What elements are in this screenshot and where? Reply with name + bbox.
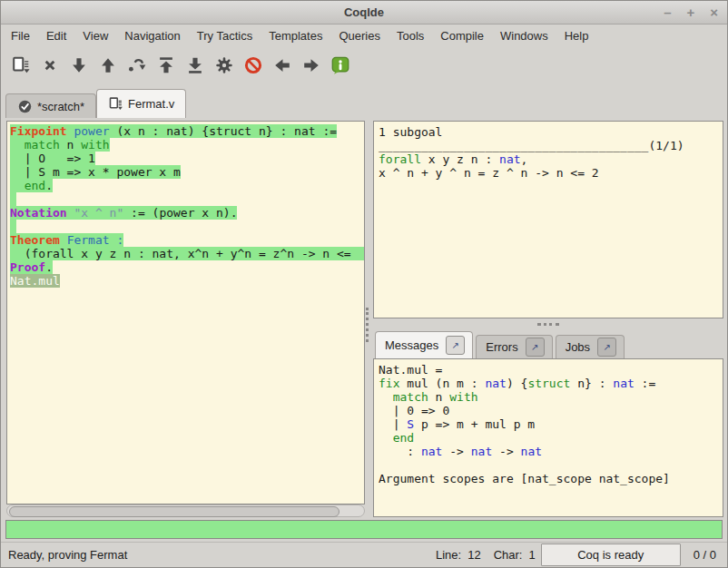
window-controls: – + × [664,1,718,24]
menu-item-help[interactable]: Help [556,26,597,45]
messages-panel[interactable]: Nat.mul =fix mul (n m : nat) {struct n} … [373,358,723,517]
menu-item-view[interactable]: View [74,26,116,45]
goto-cursor-button[interactable] [124,52,150,79]
line-label: Line: [436,548,461,562]
menu-item-templates[interactable]: Templates [261,26,330,45]
forward-button[interactable] [66,52,92,79]
tab-label: Jobs [566,340,590,354]
close-button[interactable]: × [710,5,718,19]
code-line: match n with [379,390,723,404]
close-x-icon [40,55,60,75]
code-line: | O => 1 [10,152,364,165]
menu-item-tools[interactable]: Tools [389,26,432,45]
code-line: end. [10,179,364,192]
code-line: x ^ n + y ^ n = z ^ n -> n <= 2 [379,166,723,180]
horizontal-splitter[interactable] [373,318,723,329]
code-line: Fixpoint power (x n : nat) {struct n} : … [10,124,364,138]
code-line: Nat.mul [10,274,364,288]
menu-bar: FileEditViewNavigationTry TacticsTemplat… [1,24,727,46]
menu-item-compile[interactable]: Compile [432,26,492,45]
doc-down-icon [108,96,123,112]
code-line: Theorem Fermat : [10,233,364,247]
menu-item-file[interactable]: File [3,26,38,45]
tab-label: Messages [385,338,438,352]
previous-button[interactable] [270,52,295,79]
arrow-down-icon [69,55,89,75]
tab-scratch[interactable]: *scratch* [5,93,96,118]
status-bar: Ready, proving Fermat Line: 12 Char: 1 C… [1,542,727,567]
arrow-up-icon [98,55,118,75]
reset-button[interactable] [212,52,237,79]
goto-end-button[interactable] [182,52,208,79]
info-icon [330,55,350,75]
goto-cursor-icon [127,55,147,75]
check-circle-icon [17,99,33,114]
code-line: end [379,431,723,445]
code-line: Notation "x ^ n" := (power x n). [10,206,364,220]
about-button[interactable] [328,52,353,79]
save-button[interactable] [8,52,34,79]
vertical-splitter-handle[interactable] [366,308,369,342]
code-line: : nat -> nat -> nat [379,445,723,458]
arrow-up-bar-icon [156,55,176,75]
char-label: Char: [494,548,523,562]
code-line: | 0 => 0 [379,404,723,417]
tab-fermat[interactable]: Fermat.v [96,89,186,118]
interrupt-button[interactable] [241,52,266,79]
code-line: | S m => x * power x m [10,165,364,179]
code-line [379,458,723,472]
doc-down-icon [11,55,31,75]
detach-arrow-icon[interactable]: ↗ [526,338,545,357]
code-line: | S p => m + mul p m [379,417,723,431]
tab-jobs[interactable]: Jobs ↗ [556,335,625,358]
script-editor[interactable]: Fixpoint power (x n : nat) {struct n} : … [6,121,365,504]
coq-status-text: Coq is ready [577,548,644,562]
toolbar [1,46,727,84]
minimize-button[interactable]: – [664,5,671,19]
progress-bar [5,520,723,539]
arrow-left-icon [272,55,292,75]
coqide-window: CoqIde – + × FileEditViewNavigationTry T… [0,0,728,568]
close-buffer-button[interactable] [37,52,63,79]
arrow-down-bar-icon [185,55,205,75]
status-right: Line: 12 Char: 1 Coq is ready 0 / 0 [423,544,720,566]
code-line: Nat.mul = [379,363,723,377]
proof-counter: 0 / 0 [694,548,716,562]
coq-status-indicator[interactable]: Coq is ready [541,544,681,566]
titlebar[interactable]: CoqIde – + × [1,1,727,24]
maximize-button[interactable]: + [686,5,694,19]
backward-button[interactable] [95,52,121,79]
code-line: Proof. [10,260,364,274]
message-tabbar: Messages ↗ Errors ↗ Jobs ↗ [373,329,723,358]
menu-item-try-tactics[interactable]: Try Tactics [189,26,261,45]
tab-errors[interactable]: Errors ↗ [476,335,552,358]
horizontal-splitter-handle[interactable] [537,323,559,326]
tab-label: *scratch* [37,100,84,113]
goal-panel[interactable]: 1 subgoal_______________________________… [373,121,723,318]
tab-label: Fermat.v [128,97,174,111]
arrow-right-icon [301,55,321,75]
code-line [10,220,364,233]
menu-item-edit[interactable]: Edit [38,26,74,45]
right-column: 1 subgoal_______________________________… [373,121,723,517]
goto-start-button[interactable] [153,52,179,79]
detach-arrow-icon[interactable]: ↗ [446,336,465,355]
code-line [10,192,364,206]
tab-label: Errors [486,340,517,354]
code-line: match n with [10,138,364,152]
code-line: 1 subgoal [379,125,723,139]
scrollbar-thumb[interactable] [9,506,339,517]
menu-item-queries[interactable]: Queries [330,26,389,45]
code-line: ______________________________________(1… [379,139,723,152]
gear-icon [214,55,234,75]
editor-tabbar: *scratch* Fermat.v [1,84,727,118]
menu-item-windows[interactable]: Windows [492,26,556,45]
tab-messages[interactable]: Messages ↗ [375,331,473,358]
code-line: Argument scopes are [nat_scope nat_scope… [379,472,723,485]
menu-item-navigation[interactable]: Navigation [116,26,188,45]
horizontal-scrollbar[interactable] [6,504,365,517]
script-pane: Fixpoint power (x n : nat) {struct n} : … [6,121,365,517]
detach-arrow-icon[interactable]: ↗ [597,338,616,357]
next-button[interactable] [299,52,324,79]
window-title: CoqIde [344,5,384,19]
